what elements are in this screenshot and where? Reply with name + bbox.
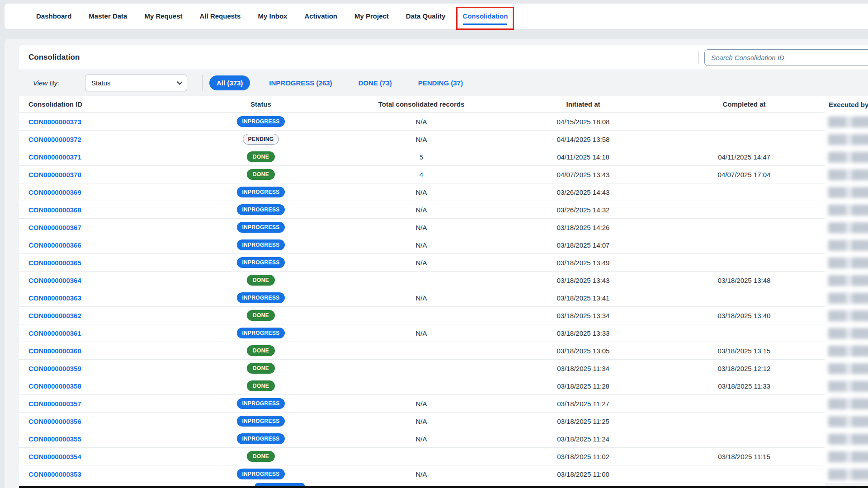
consolidation-id-link[interactable]: CON0000000358 xyxy=(28,382,81,390)
initiated-at-cell: 03/18/2025 13:49 xyxy=(503,259,664,267)
table-row: CON0000000367 INPROGRESS N/A 03/18/2025 … xyxy=(19,219,825,236)
redacted-user-name xyxy=(828,275,868,286)
status-badge: DONE xyxy=(247,310,275,321)
table-row: CON0000000357 INPROGRESS N/A 03/18/2025 … xyxy=(19,395,825,413)
nav-tab-master-data[interactable]: Master Data xyxy=(89,4,127,29)
redacted-user-name xyxy=(828,434,868,445)
consolidation-id-link[interactable]: CON0000000367 xyxy=(28,224,81,231)
consolidation-id-link[interactable]: CON0000000368 xyxy=(28,206,81,214)
consolidation-id-link[interactable]: CON0000000360 xyxy=(28,347,81,355)
executed-by-cell xyxy=(825,236,868,254)
nav-tab-my-request[interactable]: My Request xyxy=(144,4,182,29)
initiated-at-cell: 03/18/2025 11:28 xyxy=(503,382,664,390)
redacted-user-name xyxy=(828,117,868,127)
header-divider xyxy=(698,51,699,64)
total-records-cell: N/A xyxy=(340,329,503,337)
executed-by-column: Executed by xyxy=(825,96,868,483)
executed-by-cell xyxy=(825,113,868,131)
table-row: CON0000000361 INPROGRESS N/A 03/18/2025 … xyxy=(19,324,825,342)
consolidation-id-link[interactable]: CON0000000364 xyxy=(28,277,81,284)
column-header-total-records: Total consolidated records xyxy=(340,100,503,108)
redacted-user-name xyxy=(828,152,868,163)
consolidation-id-link[interactable]: CON0000000356 xyxy=(28,418,81,425)
consolidation-id-link[interactable]: CON0000000361 xyxy=(28,329,81,337)
completed-at-cell: 04/11/2025 14:47 xyxy=(664,153,825,161)
table-row: CON0000000373 INPROGRESS N/A 04/15/2025 … xyxy=(19,113,825,131)
page-title: Consolidation xyxy=(28,53,80,62)
consolidation-id-link[interactable]: CON0000000359 xyxy=(28,365,81,372)
consolidation-id-link[interactable]: CON0000000371 xyxy=(28,153,81,161)
completed-at-cell: 03/18/2025 13:15 xyxy=(664,347,825,355)
consolidation-id-link[interactable]: CON0000000365 xyxy=(28,259,81,267)
nav-tab-all-requests[interactable]: All Requests xyxy=(200,4,241,29)
initiated-at-cell: 03/18/2025 11:24 xyxy=(503,435,664,443)
filter-tab-done[interactable]: DONE (73) xyxy=(351,75,399,90)
table-row: CON0000000355 INPROGRESS N/A 03/18/2025 … xyxy=(19,430,825,448)
consolidation-id-link[interactable]: CON0000000369 xyxy=(28,188,81,196)
filter-toolbar: View By: Status All (373)INPROGRESS (263… xyxy=(19,70,868,96)
filter-tab-inprogress[interactable]: INPROGRESS (263) xyxy=(262,75,339,90)
view-by-selected-value: Status xyxy=(91,79,111,87)
consolidation-id-link[interactable]: CON0000000363 xyxy=(28,294,81,302)
consolidation-id-link[interactable]: CON0000000357 xyxy=(28,400,81,408)
table-row: CON0000000370 DONE 4 04/07/2025 13:43 04… xyxy=(19,166,825,183)
view-by-select[interactable]: Status xyxy=(85,75,187,91)
column-header-executed-by: Executed by xyxy=(825,96,868,113)
consolidation-id-link[interactable]: CON0000000366 xyxy=(28,241,81,249)
executed-by-cell xyxy=(825,324,868,342)
nav-tab-dashboard[interactable]: Dashboard xyxy=(36,4,71,29)
completed-at-cell: 03/18/2025 11:33 xyxy=(664,382,825,390)
nav-tab-my-inbox[interactable]: My Inbox xyxy=(258,4,287,29)
initiated-at-cell: 03/26/2025 14:43 xyxy=(503,188,664,196)
completed-at-cell: 03/18/2025 13:48 xyxy=(664,277,825,284)
consolidation-id-link[interactable]: CON0000000373 xyxy=(28,118,81,126)
status-badge: DONE xyxy=(247,345,275,356)
table-row: CON0000000359 DONE 03/18/2025 11:34 03/1… xyxy=(19,360,825,377)
redacted-user-name xyxy=(828,363,868,374)
nav-tab-activation[interactable]: Activation xyxy=(304,4,337,29)
total-records-cell: 4 xyxy=(340,171,503,178)
initiated-at-cell: 04/11/2025 14:18 xyxy=(503,153,664,161)
consolidation-id-link[interactable]: CON0000000362 xyxy=(28,312,81,319)
executed-by-cell xyxy=(825,201,868,219)
executed-by-cell xyxy=(825,254,868,272)
window-bottom-edge xyxy=(19,486,868,488)
initiated-at-cell: 03/18/2025 13:41 xyxy=(503,294,664,302)
redacted-user-name xyxy=(828,399,868,409)
table-row: CON0000000365 INPROGRESS N/A 03/18/2025 … xyxy=(19,254,825,272)
completed-at-cell: 03/18/2025 11:15 xyxy=(664,453,825,460)
nav-tab-data-quality[interactable]: Data Quality xyxy=(406,4,446,29)
nav-tab-consolidation[interactable]: Consolidation xyxy=(462,4,508,29)
redacted-user-name xyxy=(828,134,868,145)
consolidation-id-link[interactable]: CON0000000353 xyxy=(28,470,81,478)
view-by-label: View By: xyxy=(33,79,69,87)
search-input[interactable] xyxy=(704,49,868,66)
status-badge: INPROGRESS xyxy=(237,257,284,268)
executed-by-cell xyxy=(825,148,868,166)
executed-by-cell xyxy=(825,377,868,395)
redacted-user-name xyxy=(828,310,868,321)
status-badge: DONE xyxy=(247,451,275,462)
consolidation-page-card: Consolidation View By: Status All (373)I… xyxy=(5,39,868,488)
initiated-at-cell: 03/18/2025 11:34 xyxy=(503,365,664,372)
initiated-at-cell: 04/14/2025 13:58 xyxy=(503,136,664,143)
filter-tab-pending[interactable]: PENDING (37) xyxy=(411,75,470,90)
status-badge: INPROGRESS xyxy=(237,328,284,338)
redacted-user-name xyxy=(828,381,868,392)
executed-by-cell xyxy=(825,272,868,289)
consolidation-id-link[interactable]: CON0000000355 xyxy=(28,435,81,443)
filter-tab-all[interactable]: All (373) xyxy=(209,75,250,90)
executed-by-cell xyxy=(825,131,868,148)
total-records-cell: N/A xyxy=(340,188,503,196)
page-header: Consolidation xyxy=(19,45,868,70)
total-records-cell: 5 xyxy=(340,153,503,161)
status-badge: INPROGRESS xyxy=(237,204,284,215)
status-badge: INPROGRESS xyxy=(237,187,284,197)
consolidation-id-link[interactable]: CON0000000370 xyxy=(28,171,81,178)
nav-tab-my-project[interactable]: My Project xyxy=(354,4,389,29)
redacted-user-name xyxy=(828,222,868,233)
total-records-cell: N/A xyxy=(340,224,503,231)
consolidation-id-link[interactable]: CON0000000354 xyxy=(28,453,81,460)
status-badge: PENDING xyxy=(243,134,279,145)
consolidation-id-link[interactable]: CON0000000372 xyxy=(28,136,81,143)
